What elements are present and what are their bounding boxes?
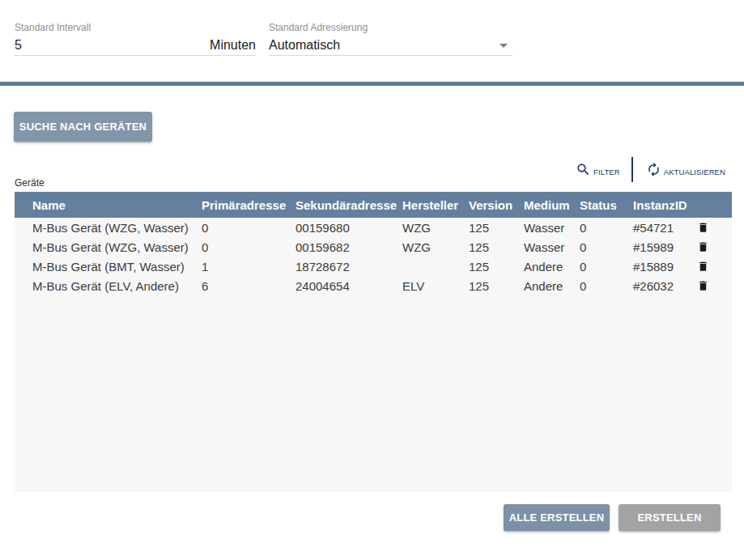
section-divider	[0, 82, 744, 86]
standard-addressing-value: Automatisch	[269, 38, 500, 53]
standard-addressing-label: Standard Adressierung	[269, 22, 512, 33]
devices-table: Name Primäradresse Sekundäradresse Herst…	[15, 192, 732, 492]
cell-version: 125	[469, 240, 524, 254]
cell-instance-id: #54721	[633, 221, 688, 235]
create-button[interactable]: ERSTELLEN	[619, 504, 721, 531]
cell-instance-id: #15989	[633, 240, 688, 254]
search-devices-button[interactable]: SUCHE NACH GERÄTEN	[14, 112, 152, 142]
table-actions: FILTER AKTUALISIEREN	[576, 157, 725, 182]
dropdown-caret-icon	[500, 44, 508, 48]
delete-device-button[interactable]	[697, 279, 709, 292]
cell-secondary-address: 00159680	[295, 221, 402, 235]
cell-name: M-Bus Gerät (WZG, Wasser)	[15, 240, 202, 254]
column-header-instance-id: InstanzID	[633, 198, 688, 212]
cell-name: M-Bus Gerät (BMT, Wasser)	[15, 260, 202, 274]
device-row: M-Bus Gerät (WZG, Wasser) 0 00159680 WZG…	[15, 218, 732, 237]
cell-medium: Wasser	[524, 240, 580, 254]
cell-primary-address: 0	[202, 240, 295, 254]
cell-status: 0	[580, 279, 633, 293]
delete-device-button[interactable]	[697, 260, 709, 273]
filter-action[interactable]: FILTER	[576, 162, 620, 177]
search-icon	[576, 162, 591, 177]
refresh-action[interactable]: AKTUALISIEREN	[646, 162, 725, 177]
cell-manufacturer: WZG	[402, 240, 469, 254]
cell-status: 0	[580, 221, 633, 235]
cell-status: 0	[580, 260, 633, 274]
devices-table-body: M-Bus Gerät (WZG, Wasser) 0 00159680 WZG…	[15, 218, 732, 492]
cell-medium: Wasser	[524, 221, 580, 235]
delete-device-button[interactable]	[697, 221, 709, 234]
cell-version: 125	[469, 221, 524, 235]
refresh-label: AKTUALISIEREN	[664, 168, 725, 176]
cell-version: 125	[469, 260, 524, 274]
column-header-primary-address: Primäradresse	[202, 198, 295, 212]
cell-manufacturer: WZG	[402, 221, 469, 235]
cell-instance-id: #15889	[633, 260, 688, 274]
standard-interval-label: Standard Intervall	[15, 22, 256, 33]
column-header-manufacturer: Hersteller	[402, 198, 469, 212]
trash-icon	[697, 260, 709, 273]
cell-secondary-address: 00159682	[295, 240, 402, 254]
cell-manufacturer: ELV	[402, 279, 469, 293]
devices-table-header: Name Primäradresse Sekundäradresse Herst…	[15, 192, 732, 218]
cell-medium: Andere	[524, 260, 580, 274]
cell-medium: Andere	[524, 279, 580, 293]
column-header-status: Status	[580, 198, 633, 212]
standard-interval-field: Standard Intervall Minuten	[15, 22, 256, 33]
cell-primary-address: 1	[202, 260, 295, 274]
create-all-button[interactable]: ALLE ERSTELLEN	[504, 504, 610, 531]
standard-interval-input[interactable]	[15, 38, 210, 53]
standard-addressing-select[interactable]: Automatisch	[269, 36, 512, 56]
cell-instance-id: #26032	[633, 279, 688, 293]
mbus-settings-page: Standard Intervall Minuten Standard Adre…	[0, 0, 744, 560]
cell-primary-address: 6	[202, 279, 295, 293]
cell-secondary-address: 24004654	[295, 279, 402, 293]
device-row: M-Bus Gerät (ELV, Andere) 6 24004654 ELV…	[15, 276, 732, 295]
cell-version: 125	[469, 279, 524, 293]
cell-name: M-Bus Gerät (WZG, Wasser)	[15, 221, 202, 235]
standard-addressing-field: Standard Adressierung Automatisch	[269, 22, 512, 33]
column-header-medium: Medium	[524, 198, 580, 212]
trash-icon	[697, 240, 709, 253]
column-header-version: Version	[469, 198, 524, 212]
cell-secondary-address: 18728672	[295, 260, 402, 274]
actions-separator	[631, 157, 633, 182]
devices-caption: Geräte	[15, 177, 45, 189]
filter-label: FILTER	[593, 168, 620, 176]
trash-icon	[697, 279, 709, 292]
column-header-name: Name	[15, 198, 202, 212]
trash-icon	[697, 221, 709, 234]
cell-status: 0	[580, 240, 633, 254]
cell-name: M-Bus Gerät (ELV, Andere)	[15, 279, 202, 293]
delete-device-button[interactable]	[697, 240, 709, 253]
standard-interval-unit: Minuten	[210, 38, 256, 53]
device-row: M-Bus Gerät (BMT, Wasser) 1 18728672 125…	[15, 257, 732, 276]
cell-primary-address: 0	[202, 221, 295, 235]
refresh-icon	[646, 162, 661, 177]
device-row: M-Bus Gerät (WZG, Wasser) 0 00159682 WZG…	[15, 237, 732, 257]
column-header-secondary-address: Sekundäradresse	[295, 198, 402, 212]
